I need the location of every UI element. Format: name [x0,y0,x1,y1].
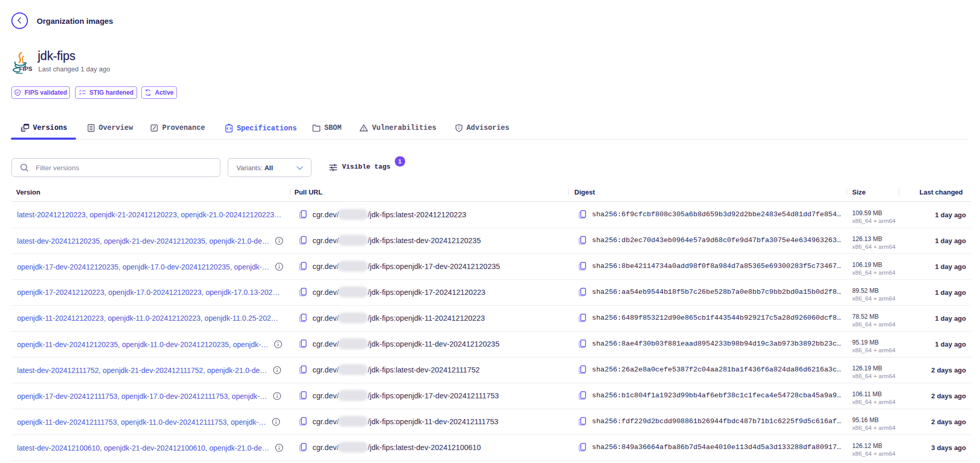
svg-text:FIPS: FIPS [19,66,33,72]
